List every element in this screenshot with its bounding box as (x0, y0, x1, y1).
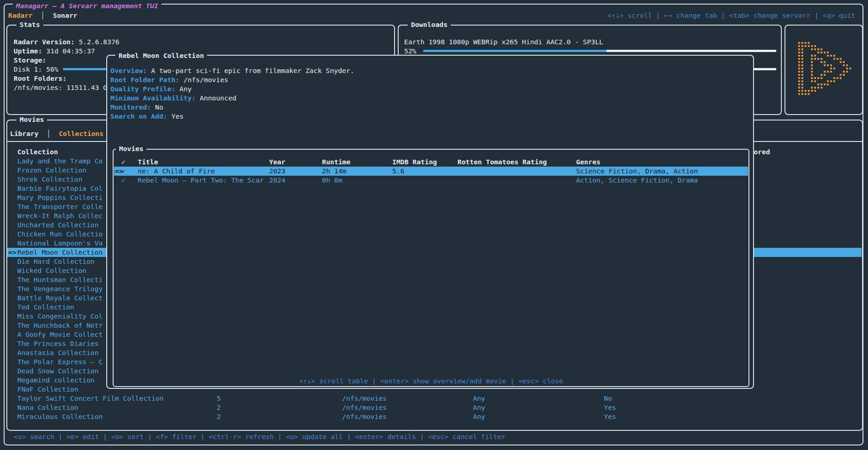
collection-name[interactable]: Rebel Moon Collection (17, 248, 103, 257)
column-header-collection: Collection (17, 147, 58, 157)
modal-column-header: Runtime (322, 157, 350, 167)
movie-genres: Science Fiction, Drama, Action (576, 167, 698, 176)
collection-name[interactable]: FNaF Collection (17, 385, 78, 394)
detail-label: Monitored: (110, 103, 151, 111)
collection-quality: Any (473, 403, 485, 412)
collection-name[interactable]: The Huntsman Collecti (17, 275, 103, 284)
detail-label: Overview: (110, 67, 147, 74)
collection-path: /nfs/movies (342, 412, 387, 421)
collection-name[interactable]: Frozen Collection (17, 166, 86, 175)
collection-monitored: Yes (604, 412, 616, 421)
collection-name[interactable]: The Hunchback of Notr (17, 321, 103, 330)
collection-name[interactable]: Wicked Collection (17, 266, 86, 275)
modal-movies-title: Movies (116, 144, 146, 153)
collection-name[interactable]: Nana Collection (17, 403, 78, 412)
collection-name[interactable]: A Goofy Movie Collect (17, 330, 103, 339)
movie-title[interactable]: Rebel Moon – Part Two: The Scar (138, 176, 264, 185)
movie-imdb-rating: 5.6 (392, 167, 405, 176)
managarr-tui-screen: Managarr – A Servarr management TUI Rada… (0, 0, 868, 450)
collection-name[interactable]: Miss Congeniality Col (17, 312, 103, 321)
collection-name[interactable]: Anastasia Collection (17, 348, 99, 357)
detail-value: /nfs/movies (183, 76, 228, 84)
collection-name[interactable]: Chicken Run Collectio (17, 230, 103, 239)
movie-monitored-check: ✓ (121, 176, 125, 185)
collection-name[interactable]: National Lampoon's Va (17, 239, 103, 248)
modal-detail-line: Overview:A two-part sci-fi epic from fil… (110, 66, 354, 75)
collection-name[interactable]: The Polar Express – C (17, 357, 103, 366)
modal-column-header: ✓ (121, 157, 125, 167)
modal-title: Rebel Moon Collection (115, 51, 207, 60)
movie-runtime: 0h 0m (322, 176, 343, 185)
modal-detail-line: Quality Profile:Any (110, 84, 192, 94)
collection-name[interactable]: Mary Poppins Collecti (17, 193, 103, 202)
collection-name[interactable]: Ted Collection (17, 303, 74, 312)
modal-help-text: <↑↓> scroll table | <enter> show overvie… (113, 377, 749, 386)
collection-name[interactable]: Die Hard Collection (17, 257, 94, 266)
collection-path: /nfs/movies (342, 394, 387, 403)
collection-name[interactable]: The Transporter Colle (17, 202, 103, 211)
modal-column-header: Year (269, 157, 286, 167)
modal-column-header: Title (138, 157, 158, 167)
detail-value: Yes (172, 112, 184, 120)
selection-arrow: => (8, 248, 16, 257)
collection-name[interactable]: Taylor Swift Concert Film Collection (17, 394, 164, 403)
movie-year: 2024 (269, 176, 286, 185)
detail-value: A two-part sci-fi epic from filmmaker Za… (151, 67, 354, 74)
downloads-panel-title: Downloads (408, 20, 451, 29)
app-title: Managarr – A Servarr management TUI (13, 1, 161, 10)
collection-details-modal: Rebel Moon Collection Overview:A two-par… (106, 55, 754, 389)
collection-quality: Any (473, 412, 485, 421)
movies-panel-title: Movies (16, 115, 47, 124)
detail-label: Quality Profile: (110, 85, 176, 93)
detail-value: Any (180, 85, 192, 93)
collection-name[interactable]: Uncharted Collection (17, 220, 99, 230)
collection-monitored: Yes (604, 403, 616, 412)
collection-name[interactable]: Dead Snow Collection (17, 366, 99, 376)
collection-movies: 2 (217, 412, 221, 421)
movie-year: 2023 (269, 167, 286, 176)
collection-movies: 5 (217, 394, 221, 403)
modal-detail-line: Root Folder Path:/nfs/movies (110, 75, 228, 84)
movie-title[interactable]: ne: A Child of Fire (138, 167, 215, 176)
collection-name[interactable]: Battle Royale Collect (17, 293, 103, 303)
collection-monitored: No (604, 394, 612, 403)
collection-name[interactable]: Wreck-It Ralph Collec (17, 211, 103, 220)
detail-label: Search on Add: (110, 112, 167, 120)
stats-panel-title: Stats (16, 20, 43, 29)
collection-name[interactable]: Lady and the Tramp Co (17, 157, 103, 166)
collection-quality: Any (473, 394, 485, 403)
collection-name[interactable]: The Vengeance Trilogy (17, 284, 103, 293)
modal-detail-line: Monitored:No (110, 103, 163, 112)
collection-path: /nfs/movies (342, 403, 387, 412)
movie-genres: Action, Science Fiction, Drama (576, 176, 698, 185)
modal-detail-line: Search on Add:Yes (110, 112, 183, 121)
collection-name[interactable]: Shrek Collection (17, 175, 83, 184)
collection-name[interactable]: Megamind collection (17, 376, 94, 385)
detail-label: Root Folder Path: (110, 76, 179, 84)
collection-name[interactable]: The Princess Diaries (17, 339, 99, 348)
collection-movies: 2 (217, 403, 221, 412)
collection-name[interactable]: Miraculous Collection (17, 412, 103, 421)
modal-detail-line: Minimum Availability:Announced (110, 94, 236, 103)
detail-value: Announced (200, 94, 236, 102)
detail-label: Minimum Availability: (110, 94, 196, 102)
modal-column-header: Rotten Tomatoes Rating (457, 157, 547, 167)
modal-column-header: Genres (576, 157, 600, 167)
modal-column-header: IMDB Rating (392, 157, 437, 167)
collection-name[interactable]: Barbie Fairytopia Col (17, 184, 103, 193)
detail-value: No (155, 103, 163, 111)
movie-monitored-check: ✓ (121, 167, 125, 176)
movie-runtime: 2h 14m (322, 167, 346, 176)
